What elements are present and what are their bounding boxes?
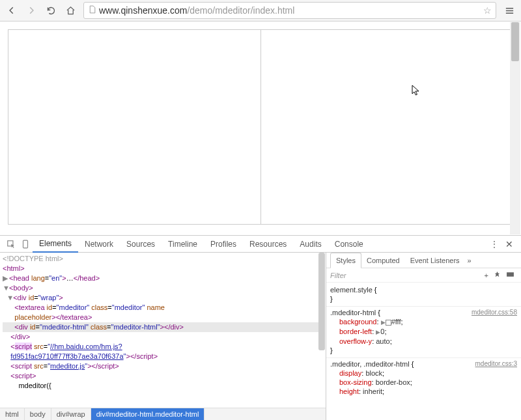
style-rule: mdeditor.css:58 .mdeditor-html { backgro… xyxy=(326,307,521,358)
tab-resources[interactable]: Resources xyxy=(243,236,293,253)
filter-input[interactable]: Filter xyxy=(330,272,346,279)
mdeditor-container xyxy=(8,29,513,225)
mdeditor-preview xyxy=(261,30,513,224)
elements-tree[interactable]: <!DOCTYPE html> <html> ▶<head lang="en">… xyxy=(0,253,326,408)
tab-audits[interactable]: Audits xyxy=(293,236,328,253)
tab-styles[interactable]: Styles xyxy=(330,253,361,268)
styles-rules[interactable]: element.style { } mdeditor.css:58 .mdedi… xyxy=(326,283,521,420)
more-tabs-icon[interactable]: » xyxy=(465,257,474,264)
browser-toolbar: www.qinshenxue.com/demo/mdeditor/index.h… xyxy=(0,0,521,21)
mdeditor-textarea[interactable] xyxy=(8,30,261,224)
crumb-body[interactable]: body xyxy=(25,408,51,420)
tab-event-listeners[interactable]: Event Listeners xyxy=(405,253,465,268)
devtools-panel: Elements Network Sources Timeline Profil… xyxy=(0,235,521,420)
rule-origin-link[interactable]: mdeditor.css:3 xyxy=(475,359,517,369)
page-content xyxy=(0,21,521,235)
devtools-body: <!DOCTYPE html> <html> ▶<head lang="en">… xyxy=(0,253,521,420)
tab-timeline[interactable]: Timeline xyxy=(162,236,204,253)
selected-element-row: <div id="mdeditor-html" class="mdeditor-… xyxy=(3,322,323,332)
tab-sources[interactable]: Sources xyxy=(120,236,162,253)
page-viewport: Elements Network Sources Timeline Profil… xyxy=(0,21,521,420)
reload-button[interactable] xyxy=(42,1,60,20)
elements-breadcrumb: html body div#wrap div#mdeditor-html.mde… xyxy=(0,408,326,420)
tab-network[interactable]: Network xyxy=(78,236,120,253)
crumb-html[interactable]: html xyxy=(0,408,25,420)
style-rule: element.style { } xyxy=(326,284,521,307)
tab-profiles[interactable]: Profiles xyxy=(204,236,243,253)
tab-elements[interactable]: Elements xyxy=(33,236,78,253)
crumb-selected[interactable]: div#mdeditor-html.mdeditor-html xyxy=(91,408,205,420)
inspect-icon[interactable] xyxy=(4,240,18,249)
svg-rect-2 xyxy=(507,272,514,277)
url-bar[interactable]: www.qinshenxue.com/demo/mdeditor/index.h… xyxy=(83,2,496,19)
styles-tabs: Styles Computed Event Listeners » xyxy=(326,253,521,268)
devtools-close-button[interactable]: ✕ xyxy=(501,239,517,249)
crumb-wrap[interactable]: div#wrap xyxy=(51,408,91,420)
styles-panel: Styles Computed Event Listeners » Filter… xyxy=(326,253,521,420)
scrollbar-thumb[interactable] xyxy=(511,22,519,61)
new-rule-icon[interactable]: + xyxy=(482,272,491,279)
bookmark-star-icon[interactable]: ☆ xyxy=(483,5,492,16)
kebab-icon[interactable]: ⋮ xyxy=(487,240,501,249)
rule-origin-link[interactable]: mdeditor.css:58 xyxy=(472,308,517,317)
tab-console[interactable]: Console xyxy=(328,236,370,253)
pin-icon[interactable] xyxy=(491,271,503,279)
forward-button[interactable] xyxy=(22,1,40,20)
scrollbar-thumb[interactable] xyxy=(318,253,325,350)
elements-scrollbar[interactable] xyxy=(318,253,326,408)
home-button[interactable] xyxy=(61,1,79,20)
tab-computed[interactable]: Computed xyxy=(361,253,405,268)
device-icon[interactable] xyxy=(18,240,33,249)
page-scrollbar[interactable] xyxy=(510,22,520,234)
svg-rect-1 xyxy=(23,240,28,248)
element-state-icon[interactable] xyxy=(503,271,517,279)
page-icon xyxy=(88,5,96,16)
menu-button[interactable] xyxy=(500,1,518,20)
devtools-tabs: Elements Network Sources Timeline Profil… xyxy=(0,236,521,253)
style-rule: mdeditor.css:3 .mdeditor, .mdeditor-html… xyxy=(326,358,521,399)
back-button[interactable] xyxy=(3,1,21,20)
styles-filter-row: Filter + xyxy=(326,268,521,283)
url-text: www.qinshenxue.com/demo/mdeditor/index.h… xyxy=(99,5,481,16)
